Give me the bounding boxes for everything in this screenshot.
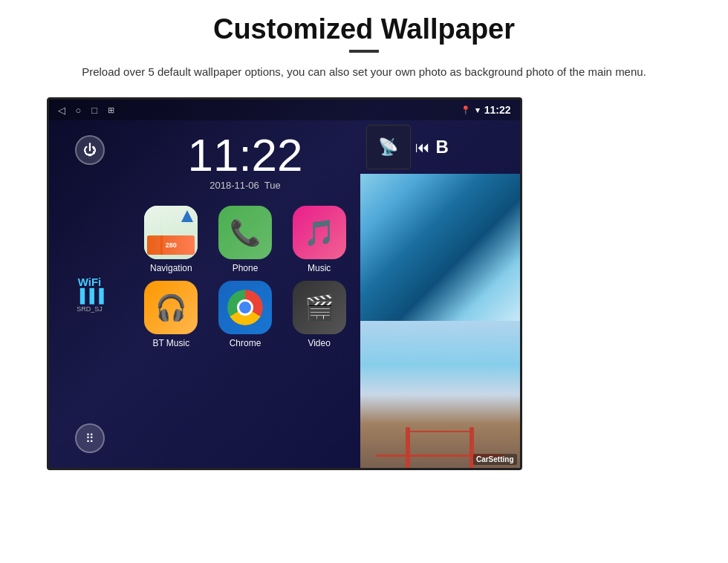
recents-icon[interactable]: □ <box>91 105 97 116</box>
media-letter-b: B <box>436 137 449 157</box>
center-panel: 11:22 2018-11-06 Tue <box>131 120 360 468</box>
clock-date: 2018-11-06 Tue <box>131 180 360 191</box>
status-bar: ◁ ○ □ ⊞ 📍 ▾ 11:22 <box>49 100 520 120</box>
page-title: Customized Wallpaper <box>213 13 515 45</box>
chrome-icon <box>218 281 272 334</box>
bt-music-label: BT Music <box>152 338 189 348</box>
page-wrapper: Customized Wallpaper Preload over 5 defa… <box>0 0 728 470</box>
wifi-label: WiFi <box>75 276 103 288</box>
video-icon: 🎬 <box>293 281 346 334</box>
wallpaper-thumbnails: CarSetting <box>360 174 520 468</box>
media-controls: ⏮ B <box>415 137 449 157</box>
wifi-signal: ▐▐▐ <box>75 288 103 304</box>
phone-icon: 📞 <box>218 206 272 259</box>
media-thumbnail: 📡 <box>366 125 411 169</box>
media-prev-icon[interactable]: ⏮ <box>415 139 430 156</box>
page-description: Preload over 5 default wallpaper options… <box>82 63 646 81</box>
android-screen-wrapper: ◁ ○ □ ⊞ 📍 ▾ 11:22 ⏻ WiFi ▐ <box>47 97 682 470</box>
apps-button[interactable]: ⠿ <box>75 423 105 453</box>
app-bt-music[interactable]: 🎧 BT Music <box>138 281 205 348</box>
chrome-label: Chrome <box>230 338 261 348</box>
app-phone[interactable]: 📞 Phone <box>212 206 279 273</box>
android-screen: ◁ ○ □ ⊞ 📍 ▾ 11:22 ⏻ WiFi ▐ <box>47 97 522 470</box>
navigation-icon: 280 <box>144 206 198 259</box>
clock-time: 11:22 <box>131 132 360 178</box>
app-chrome[interactable]: Chrome <box>212 281 279 348</box>
back-icon[interactable]: ◁ <box>58 105 65 116</box>
video-label: Video <box>308 338 330 348</box>
clock-area: 11:22 2018-11-06 Tue <box>131 126 360 200</box>
status-bar-left: ◁ ○ □ ⊞ <box>58 105 115 116</box>
bt-music-icon: 🎧 <box>144 281 198 334</box>
app-video[interactable]: 🎬 Video <box>286 281 353 348</box>
left-panel: ⏻ WiFi ▐▐▐ SRD_SJ ⠿ <box>49 120 131 468</box>
navigation-label: Navigation <box>150 263 192 273</box>
music-label: Music <box>308 263 331 273</box>
status-bar-right: 📍 ▾ 11:22 <box>461 104 511 116</box>
music-icon: 🎵 <box>293 206 346 259</box>
power-button[interactable]: ⏻ <box>75 135 105 165</box>
app-music[interactable]: 🎵 Music <box>286 206 353 273</box>
location-icon: 📍 <box>461 105 471 115</box>
media-strip: 📡 ⏮ B <box>360 120 520 174</box>
screenshot-icon[interactable]: ⊞ <box>108 105 114 115</box>
app-grid: 280 Navigation 📞 <box>131 200 360 354</box>
wifi-ssid: SRD_SJ <box>75 305 103 313</box>
android-main: ⏻ WiFi ▐▐▐ SRD_SJ ⠿ 11:22 2018-11-06 Tue <box>49 120 520 468</box>
home-icon[interactable]: ○ <box>76 105 82 116</box>
wallpaper-bridge[interactable]: CarSetting <box>360 321 520 468</box>
title-divider <box>349 50 379 53</box>
status-time: 11:22 <box>484 104 511 116</box>
wallpaper-ice[interactable] <box>360 174 520 321</box>
carsetting-label: CarSetting <box>473 454 517 465</box>
phone-label: Phone <box>233 263 259 273</box>
wifi-widget: WiFi ▐▐▐ SRD_SJ <box>75 276 103 313</box>
right-panel: 📡 ⏮ B <box>360 120 520 468</box>
wifi-status-icon: ▾ <box>475 105 480 115</box>
app-navigation[interactable]: 280 Navigation <box>138 206 205 273</box>
